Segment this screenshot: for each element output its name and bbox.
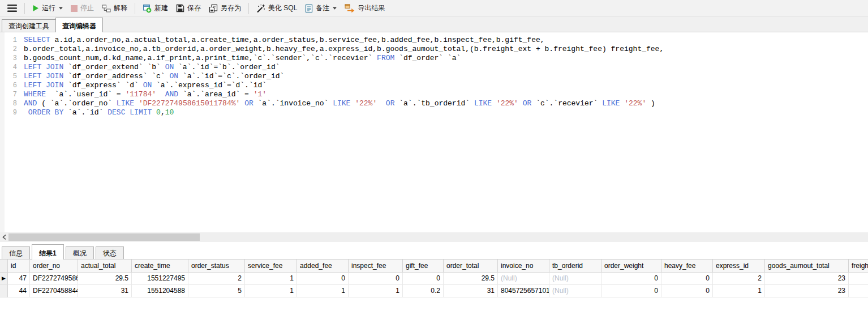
cell-express_id[interactable]: 1 [713, 285, 765, 297]
cell-invoice_no[interactable]: (Null) [498, 273, 549, 285]
toolbar-button-export-results[interactable]: 导出结果 [341, 2, 389, 15]
tab-query-editor[interactable]: 查询编辑器 [55, 18, 103, 32]
column-header-create_time[interactable]: create_time [132, 260, 188, 273]
cell-freight_fee[interactable] [849, 285, 868, 297]
column-header-gift_fee[interactable]: gift_fee [403, 260, 444, 273]
column-header-freight_fee[interactable]: freight_fee [849, 260, 868, 273]
tab-query-builder[interactable]: 查询创建工具 [2, 19, 56, 32]
line-number: 6 [5, 81, 17, 90]
code-line[interactable]: 1SELECT a.id,a.order_no,a.actual_total,a… [0, 36, 868, 45]
sql-token [240, 99, 244, 108]
cell-id[interactable]: 47 [8, 273, 30, 285]
chevron-down-icon[interactable] [59, 7, 63, 10]
cell-order_weight[interactable]: 0 [601, 273, 661, 285]
line-number: 9 [5, 108, 17, 117]
sql-token: b.order_total,a.invoice_no,a.tb_orderid,… [24, 45, 664, 53]
cell-id[interactable]: 44 [8, 285, 30, 297]
table-row[interactable]: ▶47DF22727495861501178429.51551227495210… [0, 273, 868, 285]
horizontal-scrollbar[interactable] [0, 232, 868, 242]
sql-token: ) [646, 99, 655, 108]
toolbar-button-explain[interactable]: 解释 [98, 2, 131, 15]
cell-invoice_no[interactable]: 8045725657101 [498, 285, 549, 297]
export-icon [345, 4, 355, 12]
cell-create_time[interactable]: 1551227495 [132, 273, 188, 285]
table-row[interactable]: 44DF227045884431155120458851110.23180457… [0, 285, 868, 297]
line-number: 4 [5, 63, 17, 72]
cell-order_no[interactable]: DF2270458844 [30, 285, 78, 297]
result-tab-status[interactable]: 状态 [96, 246, 124, 259]
column-header-added_fee[interactable]: added_fee [297, 260, 349, 273]
toolbar-button-comment[interactable]: 备注 [301, 2, 341, 15]
cell-tb_orderid[interactable]: (Null) [549, 285, 601, 297]
scroll-left-arrow-icon[interactable] [0, 232, 8, 242]
row-selector[interactable] [0, 285, 8, 297]
cell-actual_total[interactable]: 31 [78, 285, 132, 297]
cell-service_fee[interactable]: 1 [245, 273, 297, 285]
cell-order_total[interactable]: 29.5 [444, 273, 498, 285]
grid-body: ▶47DF22727495861501178429.51551227495210… [0, 273, 868, 297]
cell-added_fee[interactable]: 1 [297, 285, 349, 297]
result-tab-overview[interactable]: 概况 [66, 246, 94, 259]
code-line[interactable]: 5LEFT JOIN `df_order_address` `c` ON `a`… [0, 72, 868, 81]
line-number: 7 [5, 90, 17, 99]
cell-order_total[interactable]: 31 [444, 285, 498, 297]
column-header-inspect_fee[interactable]: inspect_fee [349, 260, 403, 273]
result-tab-result1[interactable]: 结果1 [32, 244, 64, 260]
sql-token: AND [24, 99, 37, 108]
column-header-id[interactable]: id [8, 260, 30, 273]
cell-order_no[interactable]: DF227274958615011784 [30, 273, 78, 285]
cell-express_id[interactable]: 2 [713, 273, 765, 285]
cell-create_time[interactable]: 1551204588 [132, 285, 188, 297]
toolbar-button-save-as[interactable]: 另存为 [205, 2, 245, 15]
column-header-order_no[interactable]: order_no [30, 260, 78, 273]
column-header-actual_total[interactable]: actual_total [78, 260, 132, 273]
cell-tb_orderid[interactable]: (Null) [549, 273, 601, 285]
toolbar-separator [248, 3, 249, 14]
cell-service_fee[interactable]: 1 [245, 285, 297, 297]
column-header-order_status[interactable]: order_status [188, 260, 245, 273]
code-line[interactable]: 2b.order_total,a.invoice_no,a.tb_orderid… [0, 45, 868, 54]
column-header-service_fee[interactable]: service_fee [245, 260, 297, 273]
cell-gift_fee[interactable]: 0.2 [403, 285, 444, 297]
toolbar-button-save[interactable]: 保存 [172, 2, 205, 15]
column-header-heavy_fee[interactable]: heavy_fee [661, 260, 713, 273]
code-line[interactable]: 7WHERE `a`.`user_id` = '11784' AND `a`.`… [0, 90, 868, 99]
toolbar-button-new-query[interactable]: 新建 [139, 2, 172, 15]
code-line[interactable]: 8AND ( `a`.`order_no` LIKE 'DF2272749586… [0, 99, 868, 108]
column-header-order_total[interactable]: order_total [444, 260, 498, 273]
cell-added_fee[interactable]: 0 [297, 273, 349, 285]
cell-order_weight[interactable]: 0 [601, 285, 661, 297]
column-header-express_id[interactable]: express_id [713, 260, 765, 273]
code-line[interactable]: 4LEFT JOIN `df_order_extend` `b` ON `a`.… [0, 63, 868, 72]
cell-gift_fee[interactable]: 0 [403, 273, 444, 285]
scrollbar-thumb[interactable] [8, 233, 200, 241]
chevron-down-icon[interactable] [333, 7, 337, 10]
cell-inspect_fee[interactable]: 1 [349, 285, 403, 297]
sql-token: '22%' [624, 99, 646, 108]
code-line[interactable]: 9 ORDER BY `a`.`id` DESC LIMIT 0,10 [0, 108, 868, 117]
code-line[interactable]: 3b.goods_count_num,d.kd_name,a.if_print,… [0, 54, 868, 63]
column-header-tb_orderid[interactable]: tb_orderid [549, 260, 601, 273]
column-header-invoice_no[interactable]: invoice_no [498, 260, 549, 273]
cell-actual_total[interactable]: 29.5 [78, 273, 132, 285]
cell-order_status[interactable]: 5 [188, 285, 245, 297]
sql-token: `a`.`id`=`c`.`order_id` [178, 72, 284, 80]
row-selector[interactable]: ▶ [0, 273, 8, 285]
cell-heavy_fee[interactable]: 0 [661, 273, 713, 285]
cell-goods_aumout_total[interactable]: 23 [765, 285, 849, 297]
toolbar-button-beautify-sql[interactable]: 美化 SQL [252, 2, 301, 15]
sql-editor[interactable]: 1SELECT a.id,a.order_no,a.actual_total,a… [0, 32, 868, 232]
cell-order_status[interactable]: 2 [188, 273, 245, 285]
column-header-order_weight[interactable]: order_weight [601, 260, 661, 273]
cell-freight_fee[interactable] [849, 273, 868, 285]
cell-goods_aumout_total[interactable]: 23 [765, 273, 849, 285]
code-line[interactable]: 6LEFT JOIN `df_express` `d` ON `a`.`expr… [0, 81, 868, 90]
toolbar-button-stop[interactable]: 停止 [67, 2, 98, 15]
cell-heavy_fee[interactable]: 0 [661, 285, 713, 297]
toolbar-button-run[interactable]: 运行 [28, 2, 67, 15]
sql-token: a.id,a.order_no,a.actual_total,a.create_… [50, 36, 545, 44]
cell-inspect_fee[interactable]: 0 [349, 273, 403, 285]
column-header-goods_aumout_total[interactable]: goods_aumout_total [765, 260, 849, 273]
result-tab-info[interactable]: 信息 [2, 246, 30, 259]
toolbar-button-menu[interactable] [3, 3, 21, 14]
